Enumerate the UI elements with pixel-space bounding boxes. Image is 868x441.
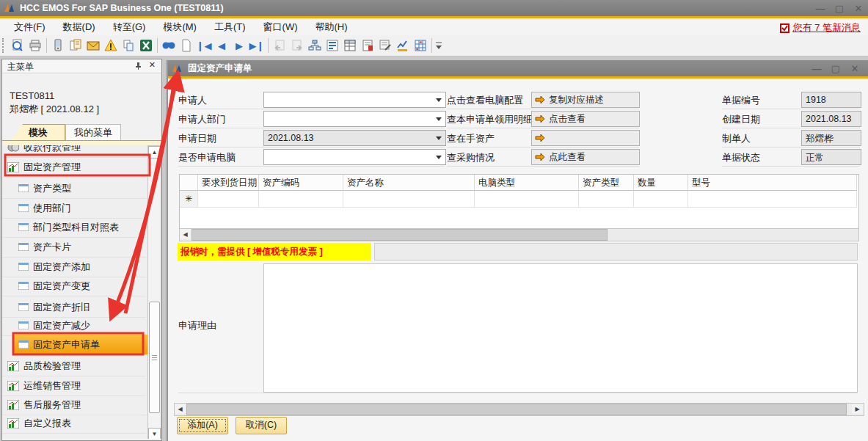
scroll-up-icon[interactable]: ▲ [148, 146, 161, 158]
table-cell[interactable] [343, 191, 475, 208]
email-icon[interactable] [84, 37, 102, 54]
table-cell[interactable] [634, 191, 688, 208]
table-view-icon[interactable] [341, 37, 359, 54]
chevron-down-icon [436, 136, 442, 140]
view-usage-button[interactable]: 点击查看 [531, 111, 640, 127]
scroll-down-icon[interactable]: ▼ [148, 428, 161, 439]
table-cell[interactable] [259, 191, 343, 208]
scroll-right-icon[interactable]: ▶ [852, 404, 863, 414]
menu-window[interactable]: 窗口(W) [260, 19, 302, 35]
tree-item-asset-card[interactable]: 资产卡片 [2, 237, 146, 258]
tree-module-fixed-assets[interactable]: 固定资产管理 [2, 157, 146, 178]
find-icon[interactable] [160, 37, 178, 54]
tree-item-asset-add[interactable]: 固定资产添加 [2, 257, 146, 277]
maximize-icon[interactable]: ▢ [830, 3, 849, 14]
new-row-marker[interactable]: ✳ [180, 191, 198, 208]
window-close-icon[interactable]: ✕ [845, 63, 864, 74]
journal-voucher-icon[interactable] [67, 37, 84, 54]
add-button[interactable]: 添加(A) [177, 417, 228, 434]
last-record-icon[interactable]: ▶❙ [248, 37, 266, 54]
tree-item-using-department[interactable]: 使用部门 [2, 198, 146, 219]
tree-item-asset-type[interactable]: 资产类型 [2, 178, 146, 199]
window-minimize-icon[interactable]: — [807, 63, 826, 74]
previous-record-icon[interactable]: ◀ [213, 37, 230, 54]
menu-data[interactable]: 数据(D) [59, 19, 99, 35]
tree-item-asset-request-selected[interactable]: 固定资产申请单 [14, 335, 147, 355]
menu-help[interactable]: 帮助(H) [311, 19, 351, 35]
toolbar-overflow-icon[interactable] [434, 37, 443, 54]
scroll-left-icon[interactable]: ◀ [180, 229, 191, 239]
pin-icon[interactable] [134, 62, 142, 70]
new-messages-link[interactable]: 您有 7 笔新消息 [780, 21, 861, 34]
request-date-dropdown[interactable]: 2021.08.13 [263, 130, 446, 146]
navigate-forward-icon[interactable] [288, 37, 306, 54]
form-row: 创建日期 2021.08.13 [722, 110, 860, 128]
view-assets-button[interactable] [531, 130, 640, 146]
toolbar-grip[interactable] [2, 38, 7, 53]
computer-request-dropdown[interactable] [263, 149, 446, 165]
tree-item-asset-depreciation[interactable]: 固定资产折旧 [2, 297, 146, 318]
chevron-down-icon [436, 156, 442, 159]
tree-module-ops-sales[interactable]: 运维销售管理 [2, 376, 146, 396]
col-asset-type[interactable]: 资产类型 [579, 175, 634, 191]
sms-icon[interactable] [49, 37, 67, 54]
minimize-icon[interactable]: — [811, 3, 830, 14]
table-cell[interactable] [475, 191, 579, 208]
navigate-back-icon[interactable] [271, 37, 288, 54]
window-hscrollbar[interactable]: ◀ ▶ [174, 403, 864, 416]
duplicate-icon[interactable] [120, 37, 137, 54]
col-quantity[interactable]: 数量 [634, 175, 688, 191]
col-required-date[interactable]: 要求到货日期 [198, 175, 259, 191]
tree-module-after-sales[interactable]: 售后服务管理 [2, 395, 146, 415]
col-computer-type[interactable]: 电脑类型 [475, 175, 579, 191]
grid-settings-icon[interactable] [412, 37, 429, 54]
application-window: HCC EMOS For SAP Business One (TEST0811)… [0, 0, 868, 441]
tree-module-custom-reports[interactable]: 自定义报表 [2, 413, 146, 434]
scrollbar-thumb[interactable] [149, 302, 160, 413]
window-maximize-icon[interactable]: ▢ [826, 63, 845, 74]
view-purchase-button[interactable]: 点此查看 [531, 149, 640, 165]
tree-module-payments[interactable]: 收款付款管理 [2, 145, 146, 158]
tree-item-asset-change[interactable]: 固定资产变更 [2, 276, 146, 296]
reason-textarea[interactable] [263, 263, 858, 393]
applicant-dropdown[interactable] [263, 92, 446, 108]
copy-description-button[interactable]: 复制对应描述 [531, 92, 640, 108]
next-record-icon[interactable]: ▶ [230, 37, 248, 54]
table-hscrollbar[interactable]: ◀ [179, 228, 859, 241]
panel-close-icon[interactable]: ✕ [149, 60, 156, 70]
tree-item-dept-type-account-map[interactable]: 部门类型科目对照表 [2, 217, 146, 238]
menu-file[interactable]: 文件(F) [10, 19, 49, 35]
payments-module-icon [7, 145, 19, 153]
cancel-button[interactable]: 取消(C) [236, 417, 287, 434]
tree-module-quality[interactable]: 品质检验管理 [2, 356, 146, 376]
menu-modules[interactable]: 模块(M) [159, 19, 200, 35]
table-hscroll-thumb[interactable] [192, 229, 608, 241]
window-hscroll-thumb[interactable] [186, 404, 847, 415]
document-report-icon[interactable] [359, 37, 376, 54]
hierarchy-icon[interactable] [306, 37, 324, 54]
tab-modules[interactable]: 模块 [11, 124, 65, 141]
print-icon[interactable] [26, 37, 44, 54]
table-cell[interactable] [198, 191, 259, 208]
col-asset-code[interactable]: 资产编码 [259, 175, 343, 191]
scroll-left-icon[interactable]: ◀ [175, 404, 186, 414]
form-settings-icon[interactable] [324, 37, 341, 54]
chart-edit-icon[interactable] [394, 37, 412, 54]
applicant-dept-dropdown[interactable] [263, 111, 446, 127]
sidebar-scrollbar[interactable]: ▲ ▼ [147, 145, 161, 439]
menu-goto[interactable]: 转至(G) [109, 19, 150, 35]
menu-tools[interactable]: 工具(T) [211, 19, 249, 35]
table-cell[interactable] [688, 191, 857, 208]
query-generator-icon[interactable] [376, 37, 394, 54]
table-cell[interactable] [579, 191, 634, 208]
col-model[interactable]: 型号 [688, 175, 857, 191]
first-record-icon[interactable]: ❙◀ [195, 37, 213, 54]
add-record-icon[interactable] [178, 37, 195, 54]
col-asset-name[interactable]: 资产名称 [343, 175, 475, 191]
excel-export-icon[interactable] [137, 37, 155, 54]
close-icon[interactable]: ✕ [849, 3, 868, 14]
print-preview-icon[interactable] [9, 37, 26, 54]
tree-item-asset-decrease[interactable]: 固定资产减少 [2, 316, 146, 336]
tab-my-menu[interactable]: 我的菜单 [65, 124, 121, 141]
alerts-icon[interactable] [102, 37, 120, 54]
